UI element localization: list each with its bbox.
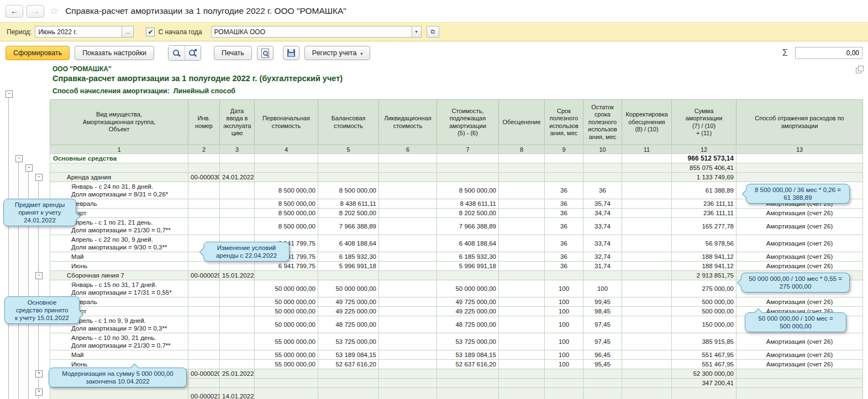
cell[interactable] [499,307,545,316]
cell[interactable]: 100 [545,280,583,297]
cell[interactable]: Амортизация (счет 26) [737,199,863,209]
period-more-button[interactable]: ... [122,26,134,38]
collapse-icon[interactable]: − [35,174,43,181]
cell[interactable]: 95,45 [583,360,622,369]
autosum-field[interactable] [795,47,862,59]
cell[interactable]: 5 996 991,18 [318,262,379,271]
cell-object[interactable]: Аренда здания [50,173,188,182]
cell[interactable] [379,316,437,333]
cell[interactable] [545,388,583,399]
cell-object[interactable]: Январь - с 15 по 31, 17 дней.Доля аморти… [50,280,188,297]
cell-object[interactable]: Май [50,350,188,360]
column-header[interactable]: Корректировка обесценения (8) / (10) [622,100,672,145]
cell-object[interactable]: Июнь [50,360,188,369]
column-header[interactable]: Инв. номер [188,100,220,145]
column-header[interactable]: Дата ввода в эксплуата цию [220,100,255,145]
table-row[interactable]: Май55 000 000,0053 189 084,1553 189 084,… [50,350,863,360]
cell[interactable] [379,163,437,173]
cell[interactable] [499,163,545,173]
table-row[interactable]: Февраль8 500 000,008 438 611,118 438 611… [50,199,863,209]
cell[interactable] [255,271,318,280]
column-header[interactable]: Балансовая стоимость [318,100,379,145]
find-button[interactable] [169,46,185,60]
cell-object[interactable]: Апрель - с 22 по 30, 9 дней.Доля амортиз… [50,235,188,252]
cell[interactable] [188,379,220,388]
cell[interactable]: 15.01.2022 [220,271,255,280]
cell-object[interactable]: Сборочная линия 7 [50,271,188,280]
cell[interactable]: 56 978,56 [672,235,737,252]
cell[interactable] [437,163,499,173]
table-row[interactable]: Март8 500 000,008 202 500,008 202 500,00… [50,209,863,218]
cell[interactable]: 97,45 [583,333,622,350]
cell[interactable]: 188 941,12 [672,252,737,262]
cell[interactable]: 100 [545,333,583,350]
cell[interactable] [379,307,437,316]
cell[interactable] [379,252,437,262]
cell[interactable] [188,199,220,209]
cell[interactable] [379,154,437,163]
cell[interactable]: 50 000 000,00 [318,280,379,297]
cell[interactable]: 6 941 799,75 [255,252,318,262]
cell[interactable] [499,388,545,399]
cell[interactable]: 33,74 [583,218,622,235]
column-header[interactable]: Сумма амортизации (7) / (10) + (11) [672,100,737,145]
cell[interactable] [220,154,255,163]
cell[interactable] [622,297,672,307]
organization-dropdown-button[interactable]: ▾ [412,26,422,38]
cell[interactable]: 36 [545,209,583,218]
cell-object[interactable]: аренды [50,388,188,399]
cell[interactable]: Амортизация (счет 26) [737,218,863,235]
column-header[interactable]: Первоначальная стоимость [255,100,318,145]
collapse-icon[interactable]: − [6,91,13,98]
cell[interactable] [188,333,220,350]
cell[interactable] [737,163,863,173]
cell[interactable] [583,388,622,399]
cell[interactable]: 36 [545,252,583,262]
cell-object[interactable]: Апрель - с 1 по 21, 21 день.Доля амортиз… [50,218,188,235]
cell[interactable]: 35,74 [583,199,622,209]
cell[interactable]: Амортизация (счет 26) [737,262,863,271]
cell[interactable] [583,379,622,388]
cell[interactable]: 150 000,00 [672,316,737,333]
cell[interactable]: 100 [545,307,583,316]
cell[interactable] [437,369,499,379]
cell[interactable]: 8 500 000,00 [255,209,318,218]
expand-icon[interactable]: + [35,389,43,396]
cell[interactable]: 8 438 611,11 [318,199,379,209]
cell[interactable] [379,297,437,307]
cell[interactable]: 53 189 084,15 [318,350,379,360]
cell[interactable] [622,316,672,333]
cell[interactable] [622,218,672,235]
table-row[interactable]: Апрель - с 1 по 21, 21 день.Доля амортиз… [50,218,863,235]
cell[interactable] [499,333,545,350]
cell[interactable] [188,235,220,252]
organization-open-button[interactable]: ⧉ [427,26,439,38]
cell[interactable] [499,379,545,388]
cell[interactable] [188,360,220,369]
cell-object[interactable]: Март [50,209,188,218]
cell[interactable] [737,182,863,199]
cell[interactable] [437,388,499,399]
cell[interactable] [737,388,863,399]
column-header[interactable]: Остаток срока полезного использов ания, … [583,100,622,145]
cell[interactable]: 8 500 000,00 [255,218,318,235]
cell[interactable]: 24.01.2022 [220,173,255,182]
collapse-icon[interactable]: − [25,164,33,172]
cell[interactable] [499,182,545,199]
cell[interactable] [220,350,255,360]
cell[interactable] [499,369,545,379]
report-corner-icon[interactable] [856,66,864,73]
cell[interactable] [255,388,318,399]
cell[interactable]: 8 438 611,11 [437,199,499,209]
cell[interactable] [499,209,545,218]
cell[interactable] [379,280,437,297]
cell[interactable]: 188 941,12 [672,262,737,271]
cell[interactable]: 8 500 000,00 [255,199,318,209]
cell[interactable] [499,297,545,307]
generate-button[interactable]: Сформировать [6,46,70,60]
cell[interactable] [379,360,437,369]
cell[interactable] [622,379,672,388]
cell[interactable] [379,173,437,182]
period-input[interactable] [35,26,122,38]
column-header[interactable]: Стоимость, подлежащая амортизации (5) - … [437,100,499,145]
